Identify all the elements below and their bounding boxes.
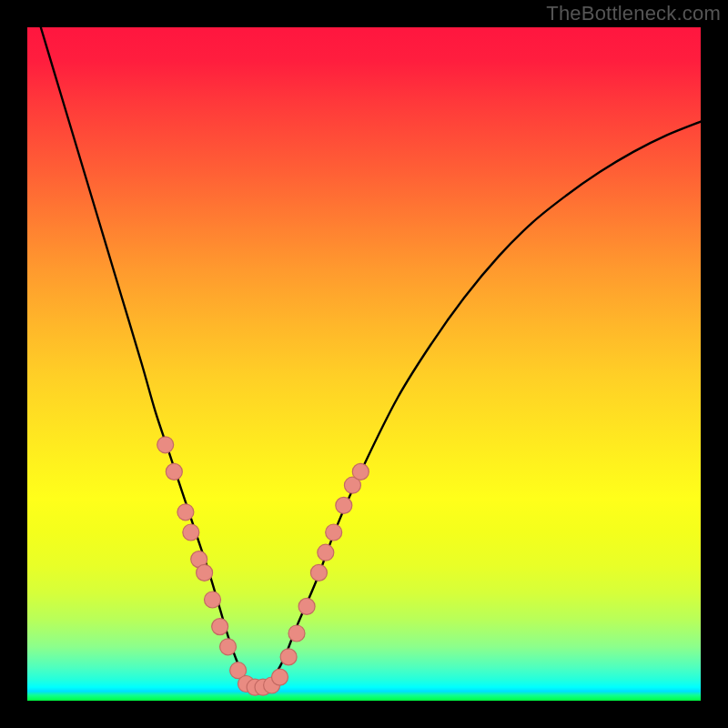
bottleneck-curve [41,27,701,687]
chart-frame: TheBottleneck.com [0,0,728,728]
data-point [298,598,315,614]
chart-svg [27,27,701,701]
plot-area [27,27,701,701]
highlighted-points-group [157,437,369,695]
data-point [197,564,213,581]
data-point [212,619,228,635]
attribution-text: TheBottleneck.com [546,2,721,25]
curve-group [41,27,701,687]
data-point [183,524,199,541]
data-point [280,649,297,665]
data-point [205,592,221,608]
data-point [326,524,342,541]
data-point [166,463,182,480]
data-point [310,564,327,581]
data-point [336,497,352,513]
data-point [177,504,194,521]
data-point [288,625,305,642]
data-point [272,669,288,685]
data-point [318,544,334,561]
data-point [352,463,369,480]
data-point [220,639,237,655]
data-point [157,437,174,453]
